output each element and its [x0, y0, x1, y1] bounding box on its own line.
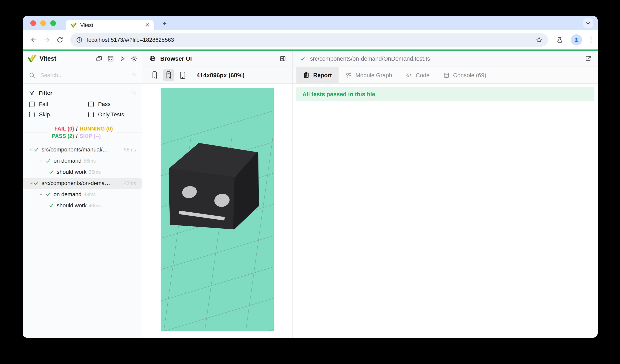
fail-count: FAIL (0) [54, 126, 74, 132]
vitest-favicon-icon [71, 22, 77, 28]
browser-ui-header: Browser UI [142, 51, 293, 67]
tab-report[interactable]: Report [296, 67, 339, 83]
chevron-down-icon[interactable] [39, 192, 44, 197]
filter-option-skip[interactable]: Skip [29, 111, 88, 118]
skip-count: SKIP (--) [80, 133, 113, 139]
console-icon [443, 72, 450, 78]
filter-option-pass[interactable]: Pass [88, 101, 137, 107]
device-toolbar: 414x896px (68%) [142, 67, 293, 84]
pass-check-icon [46, 192, 51, 197]
dashboard-icon[interactable] [107, 55, 115, 63]
pass-count: PASS (2) [52, 133, 74, 139]
tree-row-suite-on-demand-2[interactable]: on demand 43ms [23, 189, 142, 200]
tree-row-test-should-work-2[interactable]: should work 43ms [23, 200, 142, 211]
test-summary: FAIL (0) / RUNNING (0) PASS (2) / SKIP (… [23, 122, 142, 143]
browser-viewport-area [142, 84, 293, 338]
checkbox-only-tests[interactable] [88, 112, 94, 117]
test-browser-canvas[interactable] [161, 88, 274, 331]
new-tab-button[interactable]: + [160, 19, 169, 28]
tab-label: Module Graph [355, 72, 392, 79]
filter-label: Only Tests [98, 111, 124, 118]
panel-expand-icon[interactable] [279, 55, 287, 63]
clear-search-filter-icon[interactable] [131, 72, 137, 78]
tree-row-file-manual[interactable]: src/components/manual/… 56ms [23, 144, 142, 155]
device-tablet-minus-icon[interactable] [177, 69, 188, 81]
checkbox-pass[interactable] [88, 102, 94, 107]
checkbox-skip[interactable] [29, 112, 34, 117]
viewport-size-label: 414x896px (68%) [197, 72, 245, 79]
close-tab-icon[interactable]: ✕ [145, 22, 150, 28]
browser-ui-title: Browser UI [160, 55, 279, 62]
report-clipboard-icon [303, 72, 310, 78]
test-file-path: src/components/on-demand/OnDemand.test.t… [310, 56, 584, 62]
tab-module-graph[interactable]: Module Graph [339, 67, 399, 83]
open-external-icon[interactable] [584, 55, 592, 63]
module-graph-icon [345, 72, 352, 78]
browser-window: Vitest ✕ + localhost:5173/#/?file=182862… [23, 16, 598, 338]
browser-menu-icon[interactable]: ⋮ [588, 38, 592, 42]
app-title: Vitest [40, 55, 95, 62]
search-row [23, 67, 142, 84]
tree-row-file-on-demand[interactable]: src/components/on-dema… 43ms [23, 178, 142, 189]
chevron-down-icon[interactable] [29, 181, 33, 186]
forward-icon[interactable] [41, 34, 52, 45]
tab-code[interactable]: Code [399, 67, 436, 83]
bookmark-star-icon[interactable] [536, 37, 542, 43]
filter-label: Fail [39, 101, 48, 107]
filter-option-fail[interactable]: Fail [29, 101, 88, 107]
profile-avatar[interactable] [571, 34, 582, 45]
test-duration: 43ms [124, 180, 136, 186]
report-content: All tests passed in this file [293, 84, 598, 104]
tab-console[interactable]: Console (69) [436, 67, 493, 83]
separator: / [76, 133, 78, 139]
device-phone-plus-icon[interactable] [163, 69, 174, 81]
test-case-label: should work [57, 169, 87, 175]
checkbox-fail[interactable] [29, 102, 34, 107]
device-phone-icon[interactable] [149, 69, 160, 81]
traffic-lights [30, 20, 56, 26]
search-input[interactable] [40, 72, 131, 78]
pass-check-icon [49, 169, 54, 175]
report-panel: src/components/on-demand/OnDemand.test.t… [293, 51, 598, 338]
run-all-play-icon[interactable] [118, 55, 126, 63]
pass-check-icon [300, 56, 306, 62]
search-icon [29, 72, 35, 78]
back-icon[interactable] [28, 34, 39, 45]
tree-row-test-should-work[interactable]: should work 55ms [23, 166, 142, 178]
browser-tab-vitest[interactable]: Vitest ✕ [66, 20, 154, 30]
clear-filter-icon[interactable] [131, 90, 137, 96]
reload-icon[interactable] [54, 34, 65, 45]
report-tabs: Report Module Graph Code [293, 67, 598, 84]
tree-row-suite-on-demand[interactable]: on demand 56ms [23, 155, 142, 166]
sidebar-header: Vitest [23, 51, 142, 67]
tab-title: Vitest [80, 22, 145, 28]
test-suite-label: on demand [54, 191, 81, 198]
filter-section: Filter Fail Pass [23, 84, 142, 121]
zoom-window-button[interactable] [50, 20, 56, 26]
sidebar: Vitest [23, 51, 142, 338]
pass-check-icon [33, 147, 39, 152]
report-header: src/components/on-demand/OnDemand.test.t… [293, 51, 598, 67]
test-case-label: should work [57, 202, 87, 209]
theme-sun-icon[interactable] [130, 55, 138, 63]
close-window-button[interactable] [30, 20, 36, 26]
test-duration: 56ms [124, 147, 136, 153]
address-bar[interactable]: localhost:5173/#/?file=1828625563 [70, 33, 548, 47]
test-file-label: src/components/on-dema… [42, 180, 122, 186]
pass-check-icon [49, 203, 54, 208]
filter-title: Filter [39, 90, 131, 96]
filter-option-only-tests[interactable]: Only Tests [88, 111, 137, 118]
test-duration: 43ms [83, 191, 96, 197]
experiments-flask-icon[interactable] [554, 34, 565, 45]
vitest-logo-icon [28, 54, 36, 63]
tab-label: Console (69) [453, 72, 486, 79]
separator: / [76, 126, 78, 132]
tab-search-chevron-icon[interactable] [583, 18, 593, 28]
minimize-window-button[interactable] [40, 20, 46, 26]
chevron-down-icon[interactable] [29, 147, 33, 152]
collapse-windows-icon[interactable] [95, 55, 103, 63]
site-info-icon[interactable] [76, 37, 83, 43]
url-text[interactable]: localhost:5173/#/?file=1828625563 [87, 37, 536, 43]
test-suite-label: on demand [54, 158, 81, 164]
chevron-down-icon[interactable] [39, 159, 44, 163]
